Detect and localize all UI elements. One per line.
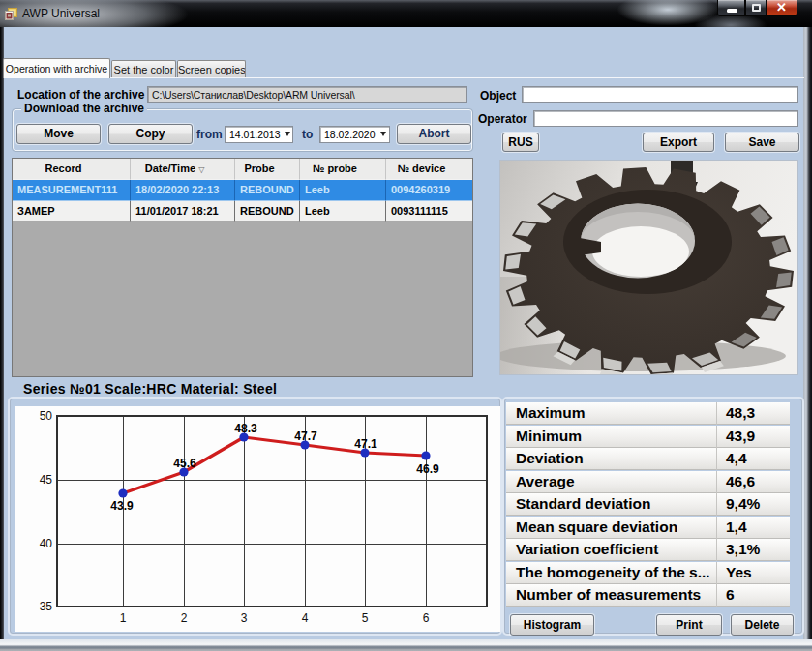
svg-text:47.7: 47.7 xyxy=(294,429,317,443)
svg-text:3: 3 xyxy=(241,611,248,625)
svg-text:2: 2 xyxy=(181,611,188,625)
svg-text:6: 6 xyxy=(423,611,430,625)
svg-text:35: 35 xyxy=(40,600,53,613)
svg-text:50: 50 xyxy=(40,409,53,423)
svg-text:1: 1 xyxy=(120,611,127,625)
svg-text:5: 5 xyxy=(362,611,369,625)
svg-text:46.9: 46.9 xyxy=(416,462,439,476)
svg-text:40: 40 xyxy=(40,537,53,550)
svg-text:45: 45 xyxy=(40,473,53,487)
svg-text:47.1: 47.1 xyxy=(354,437,377,451)
svg-text:43.9: 43.9 xyxy=(110,499,134,513)
svg-text:48.3: 48.3 xyxy=(234,422,257,435)
svg-text:45.6: 45.6 xyxy=(173,457,196,470)
svg-text:4: 4 xyxy=(302,611,309,625)
